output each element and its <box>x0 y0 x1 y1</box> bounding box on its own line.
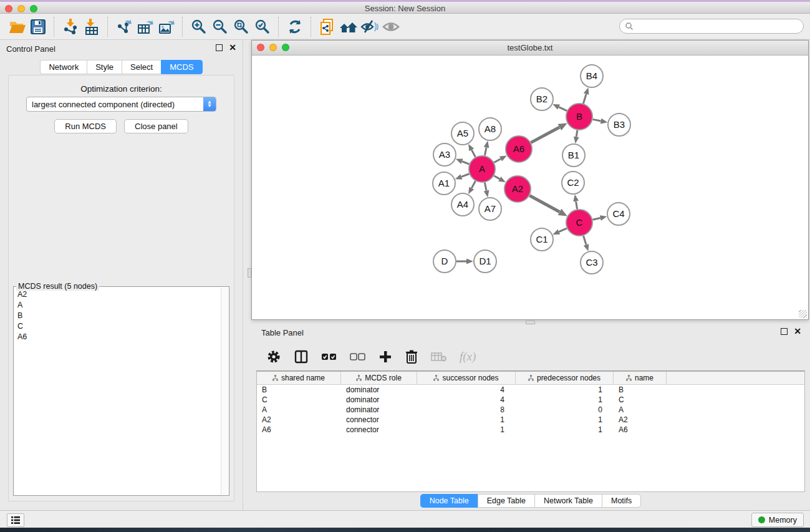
table-row[interactable]: A6connector11A6 <box>257 425 804 435</box>
column-selector-icon[interactable] <box>294 349 309 364</box>
mcds-result-item[interactable]: A <box>14 300 221 311</box>
gear-icon[interactable] <box>266 349 281 364</box>
network-graph[interactable]: B4B2BB3A8A5A6B1A3AA1C2A2A4A7C4CC1C3DD1 <box>253 56 809 320</box>
save-icon[interactable] <box>27 16 49 37</box>
graph-edge-A-A4[interactable] <box>471 181 475 188</box>
table-cell[interactable]: A <box>257 405 341 415</box>
table-cell[interactable]: 1 <box>516 385 614 395</box>
import-table-icon[interactable] <box>81 16 102 37</box>
graph-edge-A-A8[interactable] <box>485 147 486 155</box>
table-cell[interactable]: 8 <box>417 405 516 415</box>
network-window-titlebar[interactable]: testGlobe.txt <box>252 41 808 56</box>
table-row[interactable]: Adominator80A <box>257 405 804 415</box>
table-row[interactable]: Cdominator41C <box>257 395 804 405</box>
mcds-list-scrollbar[interactable] <box>221 288 228 495</box>
window-resize-grip[interactable] <box>799 310 807 318</box>
table-cell[interactable]: A2 <box>614 415 667 425</box>
tab-node-table[interactable]: Node Table <box>420 494 478 508</box>
export-image-icon[interactable] <box>156 16 177 37</box>
zoom-selected-icon[interactable] <box>252 16 273 37</box>
trash-icon[interactable] <box>405 349 418 364</box>
import-network-icon[interactable] <box>60 16 81 37</box>
mcds-result-item[interactable]: A6 <box>14 332 221 342</box>
graph-edge-C-C1[interactable] <box>559 228 567 232</box>
table-cell[interactable]: A2 <box>257 415 341 425</box>
table-cell[interactable]: B <box>614 385 667 395</box>
table-cell[interactable]: A6 <box>257 425 341 435</box>
graph-edge-A-A3[interactable] <box>462 162 469 164</box>
table-cell[interactable]: B <box>257 385 341 395</box>
show-all-icon[interactable] <box>380 16 402 37</box>
delete-table-icon[interactable] <box>431 351 447 363</box>
column-header-shared-name[interactable]: shared name <box>257 372 341 384</box>
table-cell[interactable]: connector <box>341 425 417 435</box>
table-cell[interactable]: A <box>614 405 667 415</box>
zoom-out-icon[interactable] <box>210 16 231 37</box>
table-cell[interactable]: dominator <box>341 385 417 395</box>
graph-edge-B-B4[interactable] <box>583 94 586 104</box>
graph-edge-A6-B[interactable] <box>531 127 559 143</box>
table-cell[interactable]: 1 <box>417 425 516 435</box>
first-neighbors-icon[interactable] <box>338 16 359 37</box>
graph-edge-B-B3[interactable] <box>593 119 601 121</box>
select-all-icon[interactable] <box>321 351 337 363</box>
table-cell[interactable]: connector <box>341 415 417 425</box>
table-row[interactable]: Bdominator41B <box>257 385 804 395</box>
graph-edge-A-A1[interactable] <box>461 174 469 177</box>
column-header-MCDS-role[interactable]: MCDS role <box>341 372 417 384</box>
tab-edge-table[interactable]: Edge Table <box>478 494 534 508</box>
tab-network-table[interactable]: Network Table <box>534 494 602 508</box>
duplicate-network-icon[interactable] <box>317 16 338 37</box>
graph-edge-B-B2[interactable] <box>559 107 567 111</box>
table-cell[interactable]: C <box>257 395 341 405</box>
tab-style[interactable]: Style <box>87 60 122 74</box>
float-panel-icon[interactable] <box>216 44 223 51</box>
table-cell[interactable]: 4 <box>417 385 516 395</box>
graph-edge-C-C4[interactable] <box>592 218 600 220</box>
splitter-handle[interactable] <box>248 268 251 278</box>
close-panel-icon[interactable]: ✕ <box>794 328 801 335</box>
mcds-result-list[interactable]: A2ABCA6 <box>14 289 221 495</box>
deselect-all-icon[interactable] <box>350 351 366 363</box>
refresh-icon[interactable] <box>284 16 306 37</box>
table-cell[interactable]: dominator <box>341 395 417 405</box>
table-cell[interactable]: dominator <box>341 405 417 415</box>
graph-edge-A-A5[interactable] <box>471 150 475 157</box>
graph-edge-A2-C[interactable] <box>529 196 559 212</box>
table-cell[interactable]: 1 <box>516 425 614 435</box>
tab-mcds[interactable]: MCDS <box>161 60 202 74</box>
mcds-result-item[interactable]: A2 <box>14 289 221 300</box>
network-canvas[interactable]: B4B2BB3A8A5A6B1A3AA1C2A2A4A7C4CC1C3DD1 <box>253 56 808 319</box>
function-builder-icon[interactable]: f(x) <box>460 350 476 364</box>
run-mcds-button[interactable]: Run MCDS <box>54 119 117 133</box>
export-network-icon[interactable] <box>113 16 135 37</box>
table-cell[interactable]: C <box>614 395 667 405</box>
table-cell[interactable]: A6 <box>614 425 667 435</box>
table-cell[interactable]: 0 <box>516 405 614 415</box>
tab-network[interactable]: Network <box>40 60 87 74</box>
table-cell[interactable]: 1 <box>516 415 614 425</box>
graph-edge-C-C2[interactable] <box>576 201 577 210</box>
open-folder-icon[interactable] <box>6 16 27 37</box>
graph-edge-A-A6[interactable] <box>494 159 501 163</box>
table-cell[interactable]: 4 <box>417 395 516 405</box>
graph-edge-C-C3[interactable] <box>584 236 586 244</box>
memory-button[interactable]: Memory <box>751 513 804 527</box>
tab-motifs[interactable]: Motifs <box>602 494 641 508</box>
table-cell[interactable]: 1 <box>516 395 614 405</box>
zoom-fit-icon[interactable] <box>231 16 252 37</box>
export-table-icon[interactable] <box>135 16 156 37</box>
float-panel-icon[interactable] <box>781 328 788 335</box>
zoom-in-icon[interactable] <box>188 16 210 37</box>
column-header-name[interactable]: name <box>614 372 667 384</box>
optimization-criterion-select[interactable]: largest connected component (directed) ▲… <box>26 97 216 112</box>
column-header-successor-nodes[interactable]: successor nodes <box>417 372 516 384</box>
close-panel-icon[interactable]: ✕ <box>229 44 236 51</box>
task-history-button[interactable] <box>7 513 24 527</box>
close-panel-button[interactable]: Close panel <box>124 119 188 133</box>
tab-select[interactable]: Select <box>122 60 161 74</box>
graph-edge-A-A2[interactable] <box>494 176 499 179</box>
table-row[interactable]: A2connector11A2 <box>257 415 804 425</box>
table-cell[interactable]: 1 <box>417 415 516 425</box>
add-icon[interactable] <box>378 350 392 364</box>
